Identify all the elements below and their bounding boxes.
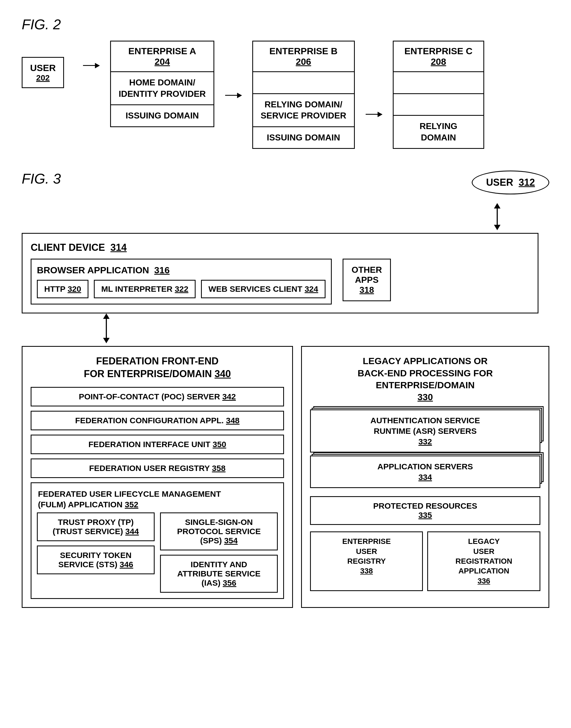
enterprise-c-header: ENTERPRISE C 208 <box>393 41 483 72</box>
enterprise-b-box: ENTERPRISE B 206 RELYING DOMAIN/SERVICE … <box>252 41 355 149</box>
arrow-down-head <box>494 225 500 230</box>
user-bidir-arrow <box>494 203 500 230</box>
asr-front: AUTHENTICATION SERVICERUNTIME (ASR) SERV… <box>310 409 540 452</box>
bottom-section: FEDERATION FRONT-ENDFOR ENTERPRISE/DOMAI… <box>22 346 549 608</box>
enterprise-a-id: 204 <box>154 56 170 67</box>
enterprise-c-id: 208 <box>431 56 446 67</box>
enterprise-user-registry-box: ENTERPRISEUSERREGISTRY338 <box>310 532 423 591</box>
ml-interpreter-box: ML INTERPRETER 322 <box>94 280 196 298</box>
legacy-backend-box: LEGACY APPLICATIONS ORBACK-END PROCESSIN… <box>301 346 549 608</box>
fig3-user-label: USER <box>486 177 513 188</box>
fig3-user-oval: USER 312 <box>472 170 549 194</box>
web-services-client-box: WEB SERVICES CLIENT 324 <box>201 280 326 298</box>
fed-user-registry-box: FEDERATION USER REGISTRY 358 <box>31 458 284 478</box>
trust-proxy-box: TRUST PROXY (TP)(TRUST SERVICE) 344 <box>37 513 154 541</box>
issuing-domain-b-row: ISSUING DOMAIN <box>253 127 354 148</box>
http-box: HTTP 320 <box>37 280 89 298</box>
enterprise-b-name: ENTERPRISE B <box>269 46 337 56</box>
protected-resources-box: PROTECTED RESOURCES 335 <box>310 496 540 525</box>
fed-config-box: FEDERATION CONFIGURATION APPL. 348 <box>31 411 284 430</box>
enterprise-a-name: ENTERPRISE A <box>128 46 196 56</box>
arrow-line-3 <box>366 114 382 115</box>
bidir-arrow-main <box>103 313 110 343</box>
enterprise-a-header: ENTERPRISE A 204 <box>111 41 213 72</box>
fig2-user: USER 202 <box>22 57 64 88</box>
other-apps-id: 318 <box>352 285 382 295</box>
user-label: USER <box>30 62 55 73</box>
relying-domain-row: RELYING DOMAIN/SERVICE PROVIDER <box>253 94 354 127</box>
ias-box: IDENTITY ANDATTRIBUTE SERVICE(IAS) 356 <box>160 555 278 593</box>
arrow-up-head <box>494 203 500 208</box>
bidir-arrow-up <box>103 313 110 319</box>
enterprise-a-box: ENTERPRISE A 204 HOME DOMAIN/IDENTITY PR… <box>110 41 214 127</box>
client-device-label: CLIENT DEVICE <box>31 242 105 253</box>
fig3-title: FIG. 3 <box>22 170 61 187</box>
poc-server-box: POINT-OF-CONTACT (POC) SERVER 342 <box>31 387 284 407</box>
empty-row-c1 <box>393 72 483 94</box>
fig2-diagram: FIG. 2 USER 202 ENTERPRISE A 204 HOME DO… <box>22 16 549 149</box>
fig3-user-id: 312 <box>519 177 535 188</box>
fulm-left: TRUST PROXY (TP)(TRUST SERVICE) 344 SECU… <box>37 513 154 593</box>
browser-app-box: BROWSER APPLICATION 316 HTTP 320 ML INTE… <box>31 259 332 304</box>
app-servers-stacked: APPLICATION SERVERS334 <box>310 455 540 485</box>
fed-interface-box: FEDERATION INTERFACE UNIT 350 <box>31 435 284 454</box>
enterprise-b-header: ENTERPRISE B 206 <box>253 41 354 72</box>
home-domain-row: HOME DOMAIN/IDENTITY PROVIDER <box>111 72 213 105</box>
legacy-bottom-row: ENTERPRISEUSERREGISTRY338 LEGACYUSERREGI… <box>310 532 540 591</box>
client-device-id: 314 <box>110 242 127 253</box>
federation-frontend-box: FEDERATION FRONT-ENDFOR ENTERPRISE/DOMAI… <box>22 346 293 608</box>
user-id: 202 <box>30 73 55 83</box>
sps-box: SINGLE-SIGN-ONPROTOCOL SERVICE(SPS) 354 <box>160 513 278 550</box>
arrow-shaft <box>497 208 498 225</box>
legacy-title: LEGACY APPLICATIONS ORBACK-END PROCESSIN… <box>310 355 540 403</box>
fig3-diagram: FIG. 3 USER 312 CLIENT DEVICE 314 BROWSE… <box>22 170 549 608</box>
other-apps-box: OTHERAPPS 318 <box>343 259 391 301</box>
arrow-user-to-a <box>83 65 99 66</box>
enterprise-c-box: ENTERPRISE C 208 RELYINGDOMAIN <box>393 41 484 149</box>
arrow-line-2 <box>225 95 241 96</box>
fulm-bottom-row: TRUST PROXY (TP)(TRUST SERVICE) 344 SECU… <box>37 513 278 593</box>
security-token-box: SECURITY TOKENSERVICE (STS) 346 <box>37 546 154 574</box>
client-device-box: CLIENT DEVICE 314 BROWSER APPLICATION 31… <box>22 233 539 313</box>
user-box: USER 202 <box>22 57 64 88</box>
fig3-header-row: FIG. 3 USER 312 <box>22 170 549 198</box>
asr-stacked: AUTHENTICATION SERVICERUNTIME (ASR) SERV… <box>310 409 540 445</box>
federation-frontend-title: FEDERATION FRONT-ENDFOR ENTERPRISE/DOMAI… <box>31 355 284 381</box>
client-device-title: CLIENT DEVICE 314 <box>31 242 530 253</box>
fig2-content: USER 202 ENTERPRISE A 204 HOME DOMAIN/ID… <box>22 41 549 149</box>
empty-row-c2 <box>393 94 483 116</box>
bidir-arrow-shaft <box>106 319 107 338</box>
fig2-title: FIG. 2 <box>22 16 549 32</box>
fulm-section: FEDERATED USER LIFECYCLE MANAGEMENT(FULM… <box>31 482 284 599</box>
arrow-a-to-b <box>225 95 241 96</box>
browser-app-title: BROWSER APPLICATION 316 <box>37 265 326 276</box>
bidir-arrow-down <box>103 338 110 343</box>
enterprise-c-name: ENTERPRISE C <box>405 46 472 56</box>
app-servers-front: APPLICATION SERVERS334 <box>310 455 540 488</box>
fulm-label: FEDERATED USER LIFECYCLE MANAGEMENT(FULM… <box>37 488 278 510</box>
relying-domain-c-row: RELYINGDOMAIN <box>393 116 483 148</box>
other-apps-label: OTHERAPPS <box>352 265 382 285</box>
arrow-line <box>83 65 99 66</box>
client-device-inner: BROWSER APPLICATION 316 HTTP 320 ML INTE… <box>31 259 530 304</box>
empty-row-b <box>253 72 354 94</box>
fulm-right: SINGLE-SIGN-ONPROTOCOL SERVICE(SPS) 354 … <box>160 513 278 593</box>
browser-components: HTTP 320 ML INTERPRETER 322 WEB SERVICES… <box>37 280 326 298</box>
legacy-user-reg-box: LEGACYUSERREGISTRATIONAPPLICATION336 <box>427 532 540 591</box>
enterprise-b-id: 206 <box>296 56 311 67</box>
issuing-domain-a-row: ISSUING DOMAIN <box>111 105 213 126</box>
arrow-b-to-c <box>366 114 382 115</box>
